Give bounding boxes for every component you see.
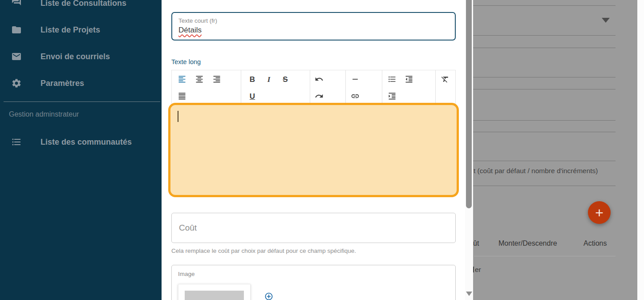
sidebar-section-label: Gestion adminstrateur — [9, 110, 79, 118]
bold-label: B — [250, 76, 255, 83]
italic-label: I — [267, 76, 271, 83]
sidebar: Liste de Consultations Liste de Projets … — [0, 0, 162, 300]
underline-icon[interactable]: U — [247, 90, 258, 102]
sidebar-divider — [4, 101, 160, 102]
toolbar-divider — [382, 70, 382, 104]
field-underline — [473, 5, 616, 6]
image-field: Image — [171, 265, 456, 300]
scrollbar-down-arrow-icon[interactable] — [466, 292, 472, 296]
strikethrough-label: S — [283, 76, 288, 83]
richtext-editor-area[interactable] — [168, 103, 459, 197]
field-underline — [473, 186, 616, 186]
align-justify-icon[interactable] — [176, 90, 188, 102]
text-cursor — [178, 111, 178, 122]
mail-icon — [11, 51, 22, 62]
sidebar-item-communautes[interactable]: Liste des communautés — [0, 137, 162, 149]
field-underline — [473, 89, 616, 89]
sidebar-item-courriels[interactable]: Envoi de courriels — [0, 51, 162, 64]
undo-icon[interactable] — [313, 73, 325, 85]
short-text-label: Texte court (fr) — [178, 17, 449, 24]
sidebar-item-label: Paramètres — [41, 79, 84, 88]
toolbar-divider — [241, 70, 241, 104]
list-icon — [11, 137, 22, 147]
gear-icon — [11, 78, 22, 89]
cost-helper-text: Cela remplace le coût par choix par défa… — [171, 247, 356, 254]
increment-cost-label: t (coût par défaut / nombre d'incréments… — [474, 167, 598, 175]
scrollbar-thumb[interactable] — [466, 0, 472, 208]
partial-row-text: er — [475, 266, 481, 274]
field-underline — [473, 161, 616, 161]
edit-field-modal: Texte court (fr) Détails Texte long — [162, 0, 465, 300]
outdent-icon[interactable] — [403, 73, 415, 85]
italic-icon[interactable]: I — [263, 73, 275, 85]
redo-icon[interactable] — [313, 90, 325, 102]
bold-icon[interactable]: B — [247, 73, 258, 85]
modal-scrollbar[interactable] — [465, 0, 473, 300]
dropdown-caret-icon[interactable] — [602, 18, 610, 23]
image-placeholder — [185, 291, 244, 300]
short-text-field[interactable]: Texte court (fr) Détails — [171, 12, 456, 41]
sidebar-item-label: Liste de Projets — [41, 25, 100, 35]
toolbar-divider — [435, 70, 436, 104]
field-underline — [473, 120, 616, 121]
field-underline — [473, 132, 616, 132]
image-thumbnail-card[interactable] — [178, 284, 251, 300]
field-underline — [473, 77, 616, 77]
link-icon[interactable] — [349, 90, 361, 102]
app-page: Liste de Consultations Liste de Projets … — [0, 0, 644, 300]
horizontal-rule-icon[interactable] — [349, 73, 361, 85]
column-header-cost: ût — [473, 239, 479, 247]
short-text-value[interactable]: Détails — [178, 26, 202, 35]
column-header-move: Monter/Descendre — [498, 239, 557, 247]
sidebar-item-projets[interactable]: Liste de Projets — [0, 24, 162, 37]
sidebar-item-label: Liste des communautés — [41, 138, 132, 147]
field-underline — [473, 48, 616, 48]
richtext-toolbar: B I S U — [171, 70, 456, 104]
table-header-underline — [474, 256, 616, 256]
long-text-label: Texte long — [171, 58, 201, 65]
cost-input[interactable] — [178, 223, 447, 233]
toolbar-divider — [310, 70, 310, 104]
sidebar-item-parametres[interactable]: Paramètres — [0, 78, 162, 90]
page-scrollbar-track[interactable] — [637, 0, 644, 300]
image-label: Image — [178, 271, 449, 277]
toolbar-divider — [345, 70, 346, 104]
folder-icon — [11, 24, 22, 35]
add-image-icon[interactable] — [264, 292, 273, 300]
sidebar-item-consultations[interactable]: Liste de Consultations — [0, 0, 162, 12]
clear-format-icon[interactable] — [439, 73, 451, 85]
chat-icon — [11, 0, 22, 6]
align-center-icon[interactable] — [194, 73, 205, 85]
indent-icon[interactable] — [386, 90, 398, 102]
bullet-list-icon[interactable] — [386, 73, 398, 85]
align-right-icon[interactable] — [211, 73, 223, 85]
dimmed-background: t (coût par défaut / nombre d'incréments… — [473, 0, 637, 300]
strikethrough-icon[interactable]: S — [279, 73, 291, 85]
column-header-actions: Actions — [583, 239, 607, 247]
underline-label: U — [250, 93, 255, 100]
field-underline — [473, 35, 616, 36]
cost-field[interactable] — [171, 213, 456, 243]
add-fab-button[interactable]: + — [588, 201, 611, 224]
align-left-icon[interactable] — [176, 73, 188, 85]
sidebar-item-label: Envoi de courriels — [41, 52, 110, 61]
sidebar-item-label: Liste de Consultations — [41, 0, 126, 8]
clipped-letter-stub — [473, 267, 474, 272]
